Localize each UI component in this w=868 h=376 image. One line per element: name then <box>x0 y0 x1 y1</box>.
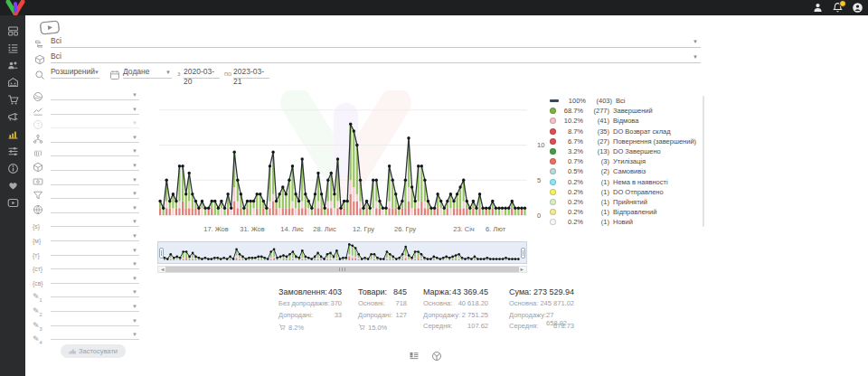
chevron-down-icon[interactable]: ▼ <box>132 92 137 98</box>
chevron-down-icon[interactable]: ▼ <box>132 304 137 309</box>
sidebar-item-warehouse[interactable] <box>0 74 25 91</box>
custom-field-2-input[interactable] <box>51 311 139 312</box>
chevron-down-icon[interactable]: ▼ <box>132 219 137 224</box>
chevron-down-icon[interactable]: ▼ <box>132 248 137 253</box>
chevron-down-icon[interactable]: ▼ <box>132 205 137 211</box>
region-input[interactable] <box>51 212 139 213</box>
identity-input[interactable] <box>51 155 139 156</box>
sidebar-item-orders[interactable] <box>0 40 25 57</box>
product-input[interactable] <box>51 170 139 171</box>
legend-item[interactable]: 8.7%(35)DO Возврат склад <box>550 127 702 136</box>
navigator-left-handle[interactable] <box>159 248 164 258</box>
filter-row-sales-channel[interactable]: ▼ <box>33 104 139 117</box>
sidebar-item-settings[interactable] <box>0 143 25 160</box>
filter-row-source[interactable]: ▼ <box>33 89 139 102</box>
chevron-down-icon[interactable]: ▼ <box>165 70 171 75</box>
status-filter-input[interactable]: Всі <box>51 36 701 48</box>
sidebar-item-marketing[interactable] <box>0 108 25 126</box>
legend-item[interactable]: 100%(403)Всі <box>550 96 702 106</box>
var-s-input[interactable] <box>51 226 139 227</box>
chevron-down-icon[interactable]: ▼ <box>132 135 137 140</box>
chevron-down-icon[interactable]: ▼ <box>693 39 698 44</box>
chevron-down-icon[interactable]: ▼ <box>132 120 137 126</box>
filter-row-custom-field-3[interactable]: ✎3▼ <box>33 315 139 328</box>
chevron-down-icon[interactable]: ▼ <box>132 261 137 267</box>
filter-row-var-m[interactable]: {м}▼ <box>33 230 139 243</box>
date-from-input[interactable]: 2020-03-20 <box>184 67 220 79</box>
sidebar-item-dashboard[interactable] <box>0 23 25 40</box>
sidebar-item-tutorials[interactable] <box>0 194 25 212</box>
var-ct-input[interactable] <box>51 268 139 269</box>
var-t-input[interactable] <box>51 255 139 256</box>
chevron-down-icon[interactable]: ▼ <box>132 332 137 337</box>
chevron-down-icon[interactable]: ▼ <box>132 289 137 295</box>
video-help-icon[interactable] <box>39 20 60 35</box>
filter-row-var-s[interactable]: {s}▼ <box>33 216 139 229</box>
navigator-right-handle[interactable] <box>521 248 525 258</box>
help-filter-input[interactable] <box>51 127 139 128</box>
date-field-select[interactable]: Додане <box>123 67 172 79</box>
filter-row-var-t[interactable]: {т}▼ <box>33 245 139 258</box>
chevron-down-icon[interactable]: ▼ <box>132 276 137 281</box>
chevron-down-icon[interactable]: ▼ <box>693 54 698 60</box>
date-to-input[interactable]: 2023-03-21 <box>233 67 269 79</box>
legend-item[interactable]: 10.2%(41)Відмова <box>550 116 702 126</box>
legend-item[interactable]: 6.7%(27)Повернення (завершений) <box>550 136 702 146</box>
legend-item[interactable]: 0.5%(2)Самовивіз <box>550 166 702 176</box>
filter-row-region[interactable]: ▼ <box>33 202 139 215</box>
chevron-down-icon[interactable]: ▼ <box>132 163 137 168</box>
orders-chart-area[interactable]: 0510 <box>152 89 550 222</box>
chevron-down-icon[interactable]: ▼ <box>132 148 137 154</box>
filter-row-product[interactable]: ▼ <box>33 160 139 173</box>
user-icon[interactable] <box>812 2 824 14</box>
filter-row-structure[interactable]: ▼ <box>33 132 139 145</box>
scroll-right-icon[interactable]: ► <box>520 267 524 272</box>
custom-field-1-input[interactable] <box>51 296 139 297</box>
search-mode-select[interactable]: Розширений <box>51 67 99 79</box>
custom-field-3-input[interactable] <box>51 325 139 326</box>
legend-item[interactable]: 0.2%(1)DO Отправлено <box>550 187 702 197</box>
filter-row-custom-field-1[interactable]: ✎1▼ <box>33 287 139 299</box>
custom-field-4-input[interactable] <box>51 339 139 340</box>
legend-item[interactable]: 0.2%(1)Нема в наявності <box>550 177 702 187</box>
scroll-left-icon[interactable]: ◄ <box>160 267 165 272</box>
chart-navigator[interactable] <box>157 241 527 264</box>
chevron-down-icon[interactable]: ▼ <box>94 70 99 75</box>
legend-item[interactable]: 0.2%(1)Прийнятий <box>550 197 702 207</box>
filter-row-payment[interactable]: ▼ <box>33 174 139 187</box>
chevron-down-icon[interactable]: ▼ <box>132 177 137 183</box>
filter-row-custom-field-4[interactable]: ✎4▼ <box>33 329 139 342</box>
chevron-down-icon[interactable]: ▼ <box>132 107 137 112</box>
funnel-input[interactable] <box>51 198 139 199</box>
legend-item[interactable]: 68.7%(277)Завершений <box>550 106 702 116</box>
list-view-icon[interactable] <box>409 349 420 360</box>
avatar[interactable] <box>852 2 863 14</box>
chevron-down-icon[interactable]: ▼ <box>132 233 137 239</box>
chart-scrollbar[interactable]: ◄ ► <box>157 266 527 273</box>
legend-item[interactable]: 0.2%(1)Новий <box>550 217 702 227</box>
scrollbar-thumb[interactable] <box>165 267 519 272</box>
payment-input[interactable] <box>51 184 139 185</box>
legend-item[interactable]: 3.2%(13)DO Завершено <box>550 146 702 156</box>
sidebar-item-clients[interactable] <box>0 57 25 74</box>
notifications-bell-icon[interactable] <box>832 2 844 14</box>
product-view-icon[interactable] <box>431 349 442 360</box>
filter-row-custom-field-2[interactable]: ✎2▼ <box>33 301 139 314</box>
chevron-down-icon[interactable]: ▼ <box>132 318 137 324</box>
filter-row-var-cb[interactable]: {св}▼ <box>33 273 139 286</box>
filter-row-funnel[interactable]: ▼ <box>33 188 139 201</box>
structure-input[interactable] <box>51 142 139 143</box>
sidebar-item-support[interactable] <box>0 177 25 194</box>
sidebar-item-statistics[interactable] <box>0 126 25 143</box>
chevron-down-icon[interactable]: ▼ <box>132 191 137 196</box>
apply-button[interactable]: Застосувати <box>61 344 126 358</box>
var-cb-input[interactable] <box>51 283 139 284</box>
product-filter-input[interactable]: Всі <box>51 52 701 63</box>
sidebar-item-info[interactable] <box>0 160 25 177</box>
filter-row-help-filter[interactable]: ?▼ <box>33 118 139 130</box>
app-logo-icon[interactable] <box>5 0 26 15</box>
sales-channel-input[interactable] <box>51 114 139 115</box>
source-input[interactable] <box>51 99 139 100</box>
filter-row-identity[interactable]: ▼ <box>33 146 139 158</box>
filter-row-var-ct[interactable]: {ст}▼ <box>33 258 139 271</box>
